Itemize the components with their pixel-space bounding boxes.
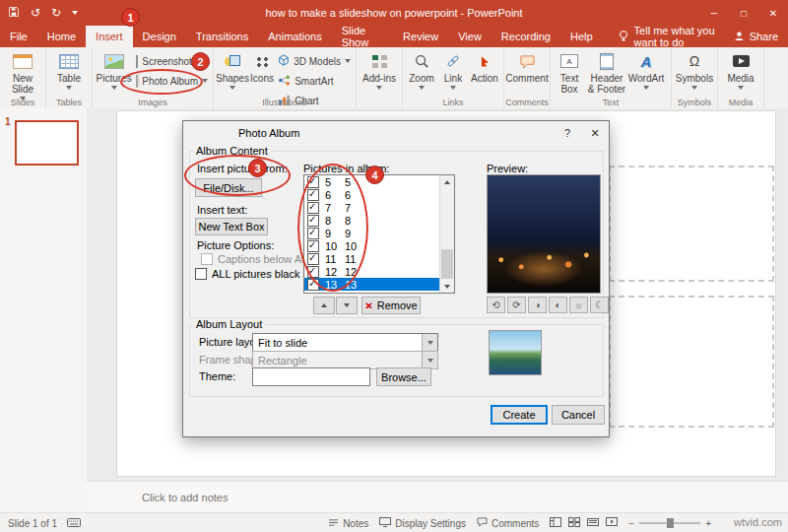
comments-icon	[477, 517, 488, 529]
reading-view-icon[interactable]	[587, 517, 599, 529]
rotate-right-icon[interactable]: ⟳	[507, 297, 526, 313]
black-white-checkbox-box[interactable]	[195, 268, 207, 280]
zoom-in-icon[interactable]: +	[705, 518, 711, 529]
tab-animations[interactable]: Animations	[258, 26, 331, 47]
content-placeholder-bottom[interactable]	[609, 296, 774, 428]
dropdown-icon[interactable]	[422, 334, 437, 351]
keyboard-icon[interactable]	[67, 518, 81, 529]
tab-slide-show[interactable]: Slide Show	[332, 26, 393, 47]
group-label-tables: Tables	[46, 98, 92, 107]
list-item: 1212	[304, 265, 454, 278]
zoom-out-icon[interactable]: −	[628, 518, 634, 529]
wordart-button[interactable]: A WordArt	[627, 50, 665, 90]
list-item: 1111	[304, 252, 454, 265]
list-scrollbar[interactable]	[439, 175, 454, 293]
tab-file[interactable]: File	[0, 26, 37, 47]
slide-thumbnail[interactable]	[15, 120, 79, 166]
smartart-button[interactable]: SmartArt	[275, 73, 354, 89]
insert-picture-from-label: Insert picture from:	[197, 163, 288, 174]
contrast-up-icon[interactable]: ◑	[528, 297, 547, 313]
picture-layout-select[interactable]: Fit to slide	[252, 333, 438, 352]
dialog-help-button[interactable]: ?	[554, 122, 581, 144]
notes-icon	[328, 518, 339, 529]
new-text-box-button[interactable]: New Text Box	[195, 218, 268, 235]
content-placeholder-top[interactable]	[609, 166, 774, 282]
display-settings-icon	[379, 517, 391, 529]
tab-insert[interactable]: Insert	[86, 26, 133, 47]
theme-input[interactable]	[252, 367, 370, 386]
zoom-control: − +	[628, 518, 711, 529]
tab-home[interactable]: Home	[37, 26, 86, 47]
header-footer-button[interactable]: Header & Footer	[586, 50, 627, 95]
picture-options-label: Picture Options:	[197, 239, 274, 251]
contrast-down-icon[interactable]: ◐	[549, 297, 567, 313]
display-settings-button[interactable]: Display Settings	[379, 517, 466, 529]
add-ins-icon	[372, 51, 387, 71]
comment-button[interactable]: Comment	[506, 50, 548, 84]
pictures-listbox[interactable]: 55 66 77 88 99 1010 1111 1212 1313	[303, 174, 455, 294]
move-up-button[interactable]	[313, 297, 335, 314]
cancel-button[interactable]: Cancel	[552, 405, 605, 425]
3d-models-label: 3D Models	[294, 56, 341, 67]
close-button[interactable]: ✕	[758, 0, 788, 26]
text-box-button[interactable]: A Text Box	[553, 50, 586, 95]
step-3-badge: 3	[248, 159, 267, 177]
dialog-title-bar[interactable]: Photo Album ? ✕	[183, 121, 609, 145]
photo-album-button[interactable]: Photo Album	[133, 73, 211, 89]
minimize-button[interactable]: ─	[699, 0, 729, 26]
symbols-icon: Ω	[690, 51, 699, 71]
brightness-down-icon[interactable]: ☾	[590, 297, 609, 313]
group-label-images: Images	[93, 98, 213, 107]
tab-transitions[interactable]: Transitions	[186, 26, 258, 47]
scroll-up-icon[interactable]	[440, 175, 454, 188]
ribbon-group-addins: Add-ins	[357, 47, 403, 108]
tab-help[interactable]: Help	[560, 26, 603, 47]
shapes-button[interactable]: Shapes	[216, 50, 249, 90]
remove-button[interactable]: ✕ Remove	[361, 297, 421, 314]
zoom-slider[interactable]	[639, 522, 700, 524]
tab-design[interactable]: Design	[133, 26, 186, 47]
scroll-down-icon[interactable]	[440, 280, 454, 293]
browse-button[interactable]: Browse...	[376, 367, 431, 386]
symbols-button[interactable]: Ω Symbols	[674, 50, 715, 90]
tab-recording[interactable]: Recording	[492, 26, 560, 47]
dialog-title: Photo Album	[238, 127, 299, 139]
captions-checkbox-box[interactable]	[201, 253, 213, 265]
create-button[interactable]: Create	[491, 405, 548, 425]
move-down-button[interactable]	[336, 297, 358, 314]
scrollbar-thumb[interactable]	[441, 249, 453, 279]
normal-view-icon[interactable]	[550, 517, 561, 529]
maximize-button[interactable]: □	[729, 0, 758, 26]
lightbulb-icon	[619, 30, 628, 44]
slideshow-view-icon[interactable]	[606, 517, 618, 529]
link-button[interactable]: Link	[438, 50, 468, 90]
ribbon-group-symbols: Ω Symbols Symbols	[672, 47, 718, 108]
media-button[interactable]: Media	[720, 50, 761, 90]
file-disk-button[interactable]: File/Disk...	[195, 178, 262, 197]
dropdown-icon[interactable]	[422, 352, 437, 368]
brightness-up-icon[interactable]: ☼	[569, 297, 588, 313]
pictures-button[interactable]: Pictures	[95, 50, 133, 90]
photo-album-dialog: Photo Album ? ✕ Album Content Insert pic…	[182, 120, 610, 437]
tab-view[interactable]: View	[448, 26, 492, 47]
notes-pane[interactable]: Click to add notes	[87, 481, 788, 513]
add-ins-button[interactable]: Add-ins	[359, 50, 400, 90]
notes-toggle[interactable]: Notes	[328, 518, 368, 529]
tab-review[interactable]: Review	[393, 26, 448, 47]
preview-label: Preview:	[487, 163, 528, 174]
rotate-left-icon[interactable]: ⟲	[487, 297, 505, 313]
share-button[interactable]: Share	[734, 26, 778, 47]
table-icon	[59, 51, 79, 71]
zoom-button[interactable]: Zoom	[405, 50, 438, 90]
tell-me-box[interactable]: Tell me what you want to do	[619, 26, 734, 47]
link-label: Link	[444, 73, 462, 84]
icons-button[interactable]: Icons	[249, 50, 275, 84]
action-button[interactable]: Action	[468, 50, 501, 84]
smartart-label: SmartArt	[295, 76, 333, 87]
new-slide-button[interactable]: New Slide	[2, 50, 43, 100]
3d-models-button[interactable]: 3D Models	[275, 53, 354, 69]
dialog-close-button[interactable]: ✕	[581, 122, 609, 144]
comments-toggle[interactable]: Comments	[477, 517, 539, 529]
table-button[interactable]: Table	[48, 50, 90, 90]
slide-sorter-view-icon[interactable]	[568, 517, 580, 529]
